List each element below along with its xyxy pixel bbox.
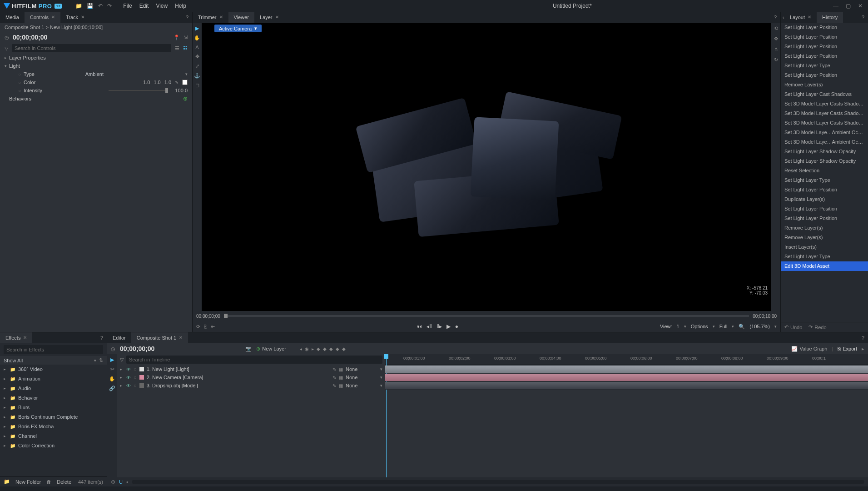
history-item[interactable]: Set Light Layer Position (781, 214, 868, 223)
effects-category[interactable]: ▸📁Behavior (0, 393, 107, 403)
effects-category[interactable]: ▸📁Channel (0, 431, 107, 441)
chevron-down-icon[interactable]: ▾ (185, 72, 188, 76)
gear-icon[interactable]: ⚙ (111, 479, 115, 485)
value-graph-button[interactable]: 📈 Value Graph (791, 346, 827, 352)
timeline-ruler[interactable]: 00;00;01;0000;00;02;0000;00;03;0000;00;0… (385, 354, 868, 365)
color-g[interactable]: 1.0 (154, 80, 160, 85)
prop-type[interactable]: ○Type Ambient ▾ (0, 70, 192, 78)
zoom-value[interactable]: (105.7%) (749, 324, 770, 329)
anchor-tool-icon[interactable]: ⚓ (194, 73, 200, 79)
tab-media[interactable]: Media (0, 12, 25, 23)
blend-icon[interactable]: ▦ (339, 375, 343, 380)
share-icon[interactable]: ⋔ (774, 46, 778, 52)
history-item[interactable]: Set 3D Model Laye…Ambient Occlusion (781, 137, 868, 147)
editor-timecode[interactable]: 00;00;00;00 (120, 345, 154, 352)
history-item[interactable]: Set Light Layer Shadow Opacity (781, 147, 868, 156)
solo-icon[interactable]: ○ (134, 383, 137, 388)
edit-icon[interactable]: ✎ (332, 375, 336, 380)
add-behavior-icon[interactable]: ⊕ (183, 95, 188, 102)
effects-list[interactable]: ▸📁360° Video▸📁Animation▸📁Audio▸📁Behavior… (0, 365, 107, 476)
hand-tool-icon[interactable]: ✋ (109, 376, 115, 382)
select-tool-icon[interactable]: ▶ (110, 357, 114, 363)
timeline-search-input[interactable] (126, 356, 382, 364)
history-item[interactable]: Set Light Layer Position (781, 70, 868, 80)
tab-controls[interactable]: Controls✕ (25, 12, 60, 23)
help-icon[interactable]: ? (770, 15, 780, 20)
close-icon[interactable]: ✕ (808, 12, 811, 23)
history-item[interactable]: Set Light Layer Shadow Opacity (781, 156, 868, 166)
menu-edit[interactable]: Edit (139, 3, 149, 9)
list-view-icon[interactable]: ☰ (175, 45, 179, 51)
loop-icon[interactable]: ⟳ (196, 324, 200, 330)
tree-view-icon[interactable]: ☷ (183, 45, 188, 51)
pause-icon[interactable]: Ⅱ▸ (436, 323, 442, 330)
layer-row[interactable]: ▸👁○2. New Camera [Camera]✎▦None▾ (117, 373, 385, 381)
menu-help[interactable]: Help (175, 3, 186, 9)
filter-icon[interactable]: ▽ (5, 45, 8, 51)
pan-icon[interactable]: ✥ (774, 36, 778, 42)
controls-search-input[interactable] (12, 44, 171, 52)
tab-layer[interactable]: Layer✕ (254, 12, 284, 23)
effects-category[interactable]: ▸📁Animation (0, 374, 107, 384)
timeline-track[interactable] (385, 381, 868, 390)
next-kf-icon[interactable]: ▸ (312, 346, 314, 351)
text-tool-icon[interactable]: A (195, 45, 198, 50)
layer-row[interactable]: ▸👁○3. Dropship.obj [Model]✎▦None▾ (117, 381, 385, 390)
effects-category[interactable]: ▸📁Color Correction (0, 441, 107, 451)
close-icon[interactable]: ✕ (23, 332, 27, 343)
intensity-slider[interactable] (109, 90, 168, 91)
camera-selector[interactable]: Active Camera ▾ (214, 25, 262, 32)
mask-tool-icon[interactable]: ◻ (195, 82, 199, 88)
filter-icon[interactable]: ▽ (120, 357, 124, 363)
layer-properties-header[interactable]: ▸Layer Properties (0, 54, 192, 62)
solo-icon[interactable]: ○ (134, 375, 137, 380)
delete-button[interactable]: Delete (57, 479, 71, 485)
history-item[interactable]: Set Light Layer Type (781, 252, 868, 261)
behaviors-row[interactable]: Behaviors ⊕ (0, 95, 192, 103)
history-item[interactable]: Set 3D Model Layer Casts Shadows (781, 99, 868, 109)
zoom-icon[interactable]: 🔍 (739, 324, 745, 330)
goto-start-icon[interactable]: ⏮ (417, 323, 422, 330)
effects-category[interactable]: ▸📁Boris Continuum Complete (0, 412, 107, 422)
prop-intensity[interactable]: ○Intensity 100.0 (0, 86, 192, 95)
playbar-right-tc[interactable]: 00;00;10;00 (753, 314, 777, 319)
u-icon[interactable]: U (119, 479, 123, 485)
visibility-icon[interactable]: 👁 (126, 383, 131, 388)
chevron-down-icon[interactable]: ▾ (380, 383, 382, 388)
link-tool-icon[interactable]: 🔗 (109, 386, 115, 391)
history-list[interactable]: Set Light Layer PositionSet Light Layer … (781, 23, 868, 322)
chevron-down-icon[interactable]: ▾ (380, 375, 382, 380)
close-icon[interactable]: ✕ (179, 332, 183, 343)
snapshot-icon[interactable]: 📷 (245, 346, 252, 352)
history-item[interactable]: Duplicate Layer(s) (781, 195, 868, 204)
help-icon[interactable]: ? (182, 15, 192, 20)
effects-filter-row[interactable]: Show All ▾ ⇅ (0, 356, 107, 365)
help-icon[interactable]: ? (858, 335, 868, 341)
edit-icon[interactable]: ✎ (332, 383, 336, 388)
chevron-down-icon[interactable]: ▾ (380, 367, 382, 371)
redo-icon[interactable]: ↷ (107, 3, 112, 9)
history-item[interactable]: Set Light Layer Position (781, 185, 868, 195)
chevron-left-icon[interactable]: ‹ (781, 15, 784, 20)
history-item[interactable]: Set 3D Model Layer Casts Shadows (781, 109, 868, 118)
tab-track[interactable]: Track✕ (60, 12, 90, 23)
quality-dropdown[interactable]: Full (719, 324, 728, 329)
help-icon[interactable]: ? (858, 15, 868, 20)
kf-circle-icon[interactable]: ◉ (305, 346, 309, 351)
timeline-clip[interactable] (385, 382, 868, 389)
history-item[interactable]: Set Light Layer Type (781, 175, 868, 185)
timeline-track[interactable] (385, 365, 868, 373)
color-r[interactable]: 1.0 (143, 80, 150, 85)
redo-button[interactable]: ↷ Redo (808, 324, 826, 330)
intensity-value[interactable]: 100.0 (175, 88, 188, 93)
close-icon[interactable]: ✕ (219, 12, 223, 23)
tab-viewer[interactable]: Viewer (228, 12, 254, 23)
kf-diamond-icon[interactable]: ◆ (317, 346, 320, 351)
select-tool-icon[interactable]: ▶ (195, 25, 199, 31)
history-item[interactable]: Insert Layer(s) (781, 242, 868, 252)
timeline-clip[interactable] (385, 366, 868, 373)
visibility-icon[interactable]: 👁 (126, 367, 131, 372)
expand-icon[interactable]: ⇲ (184, 35, 188, 40)
play-icon[interactable]: ▶ (446, 323, 451, 330)
viewer-canvas[interactable]: Active Camera ▾ X: -578.21 Y: -70.03 (202, 23, 771, 311)
